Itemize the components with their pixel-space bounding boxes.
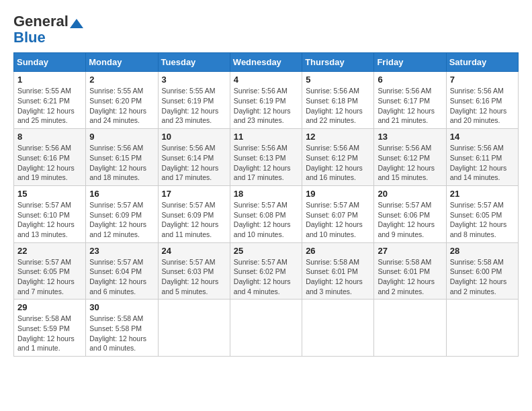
day-number: 1: [17, 75, 82, 85]
day-cell-22: 22 Sunrise: 5:57 AMSunset: 6:05 PMDaylig…: [14, 242, 86, 300]
day-cell-23: 23 Sunrise: 5:57 AMSunset: 6:04 PMDaylig…: [86, 242, 158, 300]
day-number: 23: [89, 246, 154, 256]
day-cell-2: 2 Sunrise: 5:55 AMSunset: 6:20 PMDayligh…: [86, 72, 158, 129]
week-row-4: 22 Sunrise: 5:57 AMSunset: 6:05 PMDaylig…: [14, 242, 519, 300]
day-cell-26: 26 Sunrise: 5:58 AMSunset: 6:01 PMDaylig…: [302, 242, 374, 300]
day-number: 25: [234, 246, 298, 256]
day-info: Sunrise: 5:56 AMSunset: 6:15 PMDaylight:…: [89, 144, 146, 181]
day-cell-7: 7 Sunrise: 5:56 AMSunset: 6:16 PMDayligh…: [446, 72, 518, 129]
day-info: Sunrise: 5:56 AMSunset: 6:14 PMDaylight:…: [162, 144, 219, 181]
day-number: 2: [89, 75, 154, 85]
logo: General Blue: [13, 13, 83, 46]
day-cell-18: 18 Sunrise: 5:57 AMSunset: 6:08 PMDaylig…: [230, 185, 302, 242]
calendar-body: 1 Sunrise: 5:55 AMSunset: 6:21 PMDayligh…: [14, 72, 519, 357]
day-info: Sunrise: 5:58 AMSunset: 5:59 PMDaylight:…: [17, 314, 75, 352]
day-cell-27: 27 Sunrise: 5:58 AMSunset: 6:01 PMDaylig…: [374, 242, 446, 300]
day-cell-3: 3 Sunrise: 5:55 AMSunset: 6:19 PMDayligh…: [158, 72, 230, 129]
day-info: Sunrise: 5:57 AMSunset: 6:08 PMDaylight:…: [234, 201, 291, 238]
day-header-tuesday: Tuesday: [158, 53, 230, 72]
day-number: 26: [306, 246, 370, 256]
day-number: 8: [17, 132, 82, 142]
day-header-monday: Monday: [86, 53, 158, 72]
week-row-2: 8 Sunrise: 5:56 AMSunset: 6:16 PMDayligh…: [14, 129, 519, 186]
day-info: Sunrise: 5:57 AMSunset: 6:09 PMDaylight:…: [89, 201, 146, 238]
day-cell-16: 16 Sunrise: 5:57 AMSunset: 6:09 PMDaylig…: [86, 185, 158, 242]
day-info: Sunrise: 5:56 AMSunset: 6:13 PMDaylight:…: [234, 144, 291, 181]
day-number: 5: [306, 75, 370, 85]
day-header-sunday: Sunday: [14, 53, 86, 72]
day-info: Sunrise: 5:57 AMSunset: 6:04 PMDaylight:…: [89, 258, 146, 295]
day-cell-24: 24 Sunrise: 5:57 AMSunset: 6:03 PMDaylig…: [158, 242, 230, 300]
day-info: Sunrise: 5:56 AMSunset: 6:16 PMDaylight:…: [450, 87, 507, 124]
day-cell-8: 8 Sunrise: 5:56 AMSunset: 6:16 PMDayligh…: [14, 129, 86, 186]
day-info: Sunrise: 5:58 AMSunset: 6:01 PMDaylight:…: [378, 258, 435, 295]
day-number: 9: [89, 132, 154, 142]
day-cell-15: 15 Sunrise: 5:57 AMSunset: 6:10 PMDaylig…: [14, 185, 86, 242]
day-cell-5: 5 Sunrise: 5:56 AMSunset: 6:18 PMDayligh…: [302, 72, 374, 129]
day-info: Sunrise: 5:56 AMSunset: 6:11 PMDaylight:…: [450, 144, 507, 181]
day-info: Sunrise: 5:58 AMSunset: 5:58 PMDaylight:…: [89, 314, 146, 352]
day-info: Sunrise: 5:56 AMSunset: 6:19 PMDaylight:…: [234, 87, 291, 124]
logo-general: General: [13, 13, 69, 30]
day-cell-1: 1 Sunrise: 5:55 AMSunset: 6:21 PMDayligh…: [14, 72, 86, 129]
empty-cell: [446, 300, 518, 357]
day-info: Sunrise: 5:57 AMSunset: 6:02 PMDaylight:…: [234, 258, 291, 295]
empty-cell: [302, 300, 374, 357]
day-cell-11: 11 Sunrise: 5:56 AMSunset: 6:13 PMDaylig…: [230, 129, 302, 186]
empty-cell: [230, 300, 302, 357]
week-row-3: 15 Sunrise: 5:57 AMSunset: 6:10 PMDaylig…: [14, 185, 519, 242]
day-cell-25: 25 Sunrise: 5:57 AMSunset: 6:02 PMDaylig…: [230, 242, 302, 300]
calendar-table: SundayMondayTuesdayWednesdayThursdayFrid…: [13, 52, 519, 357]
day-cell-9: 9 Sunrise: 5:56 AMSunset: 6:15 PMDayligh…: [86, 129, 158, 186]
day-info: Sunrise: 5:55 AMSunset: 6:21 PMDaylight:…: [17, 87, 75, 124]
calendar-header: SundayMondayTuesdayWednesdayThursdayFrid…: [14, 53, 519, 72]
day-number: 21: [450, 189, 515, 199]
day-header-saturday: Saturday: [446, 53, 518, 72]
day-info: Sunrise: 5:58 AMSunset: 6:00 PMDaylight:…: [450, 258, 507, 295]
day-info: Sunrise: 5:57 AMSunset: 6:06 PMDaylight:…: [378, 201, 435, 238]
day-info: Sunrise: 5:57 AMSunset: 6:03 PMDaylight:…: [162, 258, 219, 295]
day-info: Sunrise: 5:57 AMSunset: 6:09 PMDaylight:…: [162, 201, 219, 238]
day-info: Sunrise: 5:57 AMSunset: 6:10 PMDaylight:…: [17, 201, 75, 238]
day-cell-20: 20 Sunrise: 5:57 AMSunset: 6:06 PMDaylig…: [374, 185, 446, 242]
day-number: 14: [450, 132, 515, 142]
day-cell-28: 28 Sunrise: 5:58 AMSunset: 6:00 PMDaylig…: [446, 242, 518, 300]
day-cell-12: 12 Sunrise: 5:56 AMSunset: 6:12 PMDaylig…: [302, 129, 374, 186]
day-header-friday: Friday: [374, 53, 446, 72]
day-number: 28: [450, 246, 515, 256]
day-number: 4: [234, 75, 298, 85]
day-number: 7: [450, 75, 515, 85]
day-info: Sunrise: 5:57 AMSunset: 6:05 PMDaylight:…: [17, 258, 75, 295]
week-row-1: 1 Sunrise: 5:55 AMSunset: 6:21 PMDayligh…: [14, 72, 519, 129]
day-number: 19: [306, 189, 370, 199]
header-row: SundayMondayTuesdayWednesdayThursdayFrid…: [14, 53, 519, 72]
day-info: Sunrise: 5:55 AMSunset: 6:19 PMDaylight:…: [162, 87, 219, 124]
day-info: Sunrise: 5:57 AMSunset: 6:05 PMDaylight:…: [450, 201, 507, 238]
page-header: General Blue: [13, 13, 519, 46]
day-cell-17: 17 Sunrise: 5:57 AMSunset: 6:09 PMDaylig…: [158, 185, 230, 242]
day-info: Sunrise: 5:56 AMSunset: 6:17 PMDaylight:…: [378, 87, 435, 124]
day-cell-13: 13 Sunrise: 5:56 AMSunset: 6:12 PMDaylig…: [374, 129, 446, 186]
day-info: Sunrise: 5:58 AMSunset: 6:01 PMDaylight:…: [306, 258, 363, 295]
day-number: 22: [17, 246, 82, 256]
week-row-5: 29 Sunrise: 5:58 AMSunset: 5:59 PMDaylig…: [14, 300, 519, 357]
day-header-wednesday: Wednesday: [230, 53, 302, 72]
day-number: 13: [378, 132, 442, 142]
day-cell-4: 4 Sunrise: 5:56 AMSunset: 6:19 PMDayligh…: [230, 72, 302, 129]
day-number: 27: [378, 246, 442, 256]
day-number: 11: [234, 132, 298, 142]
logo-blue-text: Blue: [13, 29, 46, 46]
day-number: 16: [89, 189, 154, 199]
day-number: 3: [162, 75, 226, 85]
day-cell-10: 10 Sunrise: 5:56 AMSunset: 6:14 PMDaylig…: [158, 129, 230, 186]
day-cell-21: 21 Sunrise: 5:57 AMSunset: 6:05 PMDaylig…: [446, 185, 518, 242]
day-cell-29: 29 Sunrise: 5:58 AMSunset: 5:59 PMDaylig…: [14, 300, 86, 357]
day-number: 10: [162, 132, 226, 142]
day-number: 29: [17, 302, 82, 312]
day-number: 12: [306, 132, 370, 142]
day-info: Sunrise: 5:56 AMSunset: 6:12 PMDaylight:…: [378, 144, 435, 181]
day-number: 20: [378, 189, 442, 199]
day-number: 24: [162, 246, 226, 256]
day-cell-19: 19 Sunrise: 5:57 AMSunset: 6:07 PMDaylig…: [302, 185, 374, 242]
day-cell-30: 30 Sunrise: 5:58 AMSunset: 5:58 PMDaylig…: [86, 300, 158, 357]
